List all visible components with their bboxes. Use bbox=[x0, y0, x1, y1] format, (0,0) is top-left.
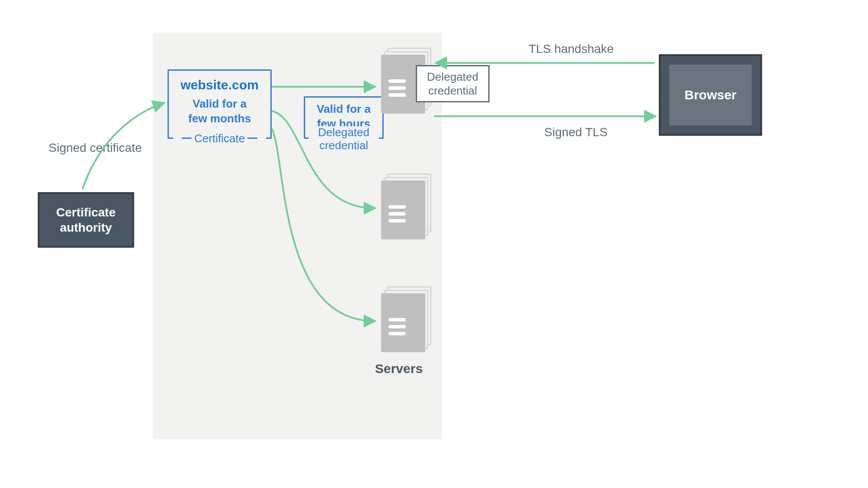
signed-tls-label: Signed TLS bbox=[544, 124, 608, 140]
certificate-box: website.com Valid for afew months Certif… bbox=[168, 69, 272, 139]
browser-box: Browser bbox=[659, 54, 762, 136]
server-stack-2 bbox=[381, 174, 429, 239]
certificate-domain: website.com bbox=[169, 78, 270, 92]
delegated-credential-box: Valid for afew hours Delegatedcredential bbox=[304, 96, 384, 139]
delegated-credential-attached-box: Delegatedcredential bbox=[416, 65, 490, 102]
tls-handshake-label: TLS handshake bbox=[529, 41, 614, 57]
server-stack-3 bbox=[381, 286, 429, 351]
delegated-credential-tag: Delegatedcredential bbox=[316, 126, 372, 152]
certificate-authority-label: Certificateauthority bbox=[56, 205, 116, 235]
delegated-credential-attached-label: Delegatedcredential bbox=[427, 70, 479, 98]
servers-label: Servers bbox=[375, 360, 423, 377]
certificate-tag: Certificate bbox=[191, 132, 247, 145]
browser-label: Browser bbox=[684, 87, 736, 103]
certificate-authority-box: Certificateauthority bbox=[38, 192, 134, 248]
certificate-validity: Valid for afew months bbox=[169, 97, 270, 126]
signed-certificate-label: Signed certificate bbox=[49, 140, 142, 156]
